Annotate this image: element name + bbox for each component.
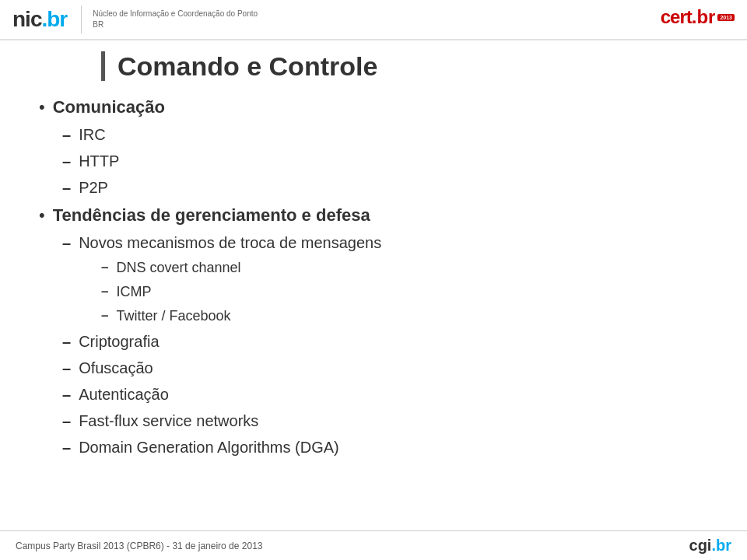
list-item: • Tendências de gerenciamento e defesa: [39, 202, 708, 228]
bullet-dash: –: [101, 306, 108, 326]
bullet-dash: –: [62, 409, 71, 432]
title-section: Comando e Controle: [0, 40, 747, 86]
bullet-dash: –: [62, 149, 71, 173]
list-item: – P2P: [39, 176, 708, 199]
slide-title: Comando e Controle: [101, 51, 377, 81]
item-text: Comunicação: [53, 94, 165, 120]
bullet-dash: –: [62, 231, 71, 254]
footer-text: Campus Party Brasil 2013 (CPBR6) - 31 de…: [16, 541, 263, 551]
item-text: Autenticação: [79, 383, 169, 406]
header-divider: [81, 5, 82, 33]
item-text: Fast-flux service networks: [79, 409, 258, 432]
item-text: Tendências de gerenciamento e defesa: [53, 202, 370, 228]
list-item: – Criptografia: [39, 330, 708, 353]
item-text: Domain Generation Algorithms (DGA): [79, 436, 339, 459]
list-item: – Fast-flux service networks: [39, 409, 708, 432]
cert-logo: cert.br 2013: [661, 6, 735, 28]
list-item: – Novos mecanismos de troca de mensagens: [39, 231, 708, 254]
content-area: • Comunicação – IRC – HTTP – P2P • Tendê…: [0, 86, 747, 560]
bullet-dot: •: [39, 94, 45, 120]
item-text: Twitter / Facebook: [116, 306, 230, 327]
item-text: Ofuscação: [79, 356, 153, 380]
item-text: P2P: [79, 176, 108, 199]
item-text: IRC: [79, 123, 105, 146]
bullet-dot: •: [39, 202, 45, 228]
bullet-dash: –: [62, 436, 71, 459]
footer: Campus Party Brasil 2013 (CPBR6) - 31 de…: [0, 530, 747, 560]
slide: nic.br Núcleo de Informação e Coordenaçã…: [0, 0, 747, 560]
bullet-dash: –: [101, 282, 108, 302]
list-item: – Domain Generation Algorithms (DGA): [39, 436, 708, 459]
list-item: – DNS covert channel: [39, 257, 708, 278]
item-text: ICMP: [116, 282, 151, 303]
bullet-dash: –: [62, 176, 71, 199]
bullet-dash: –: [62, 356, 71, 380]
list-item: – HTTP: [39, 149, 708, 173]
item-text: Novos mecanismos de troca de mensagens: [79, 231, 381, 254]
header-tagline: Núcleo de Informação e Coordenação do Po…: [93, 9, 264, 30]
bullet-dash: –: [62, 123, 71, 146]
item-text: Criptografia: [79, 330, 159, 353]
nic-logo: nic.br: [12, 7, 67, 32]
cgi-logo: cgi.br: [689, 537, 731, 555]
list-item: – ICMP: [39, 282, 708, 303]
item-text: HTTP: [79, 149, 119, 173]
bullet-dash: –: [62, 330, 71, 353]
list-item: – Autenticação: [39, 383, 708, 406]
list-item: – Ofuscação: [39, 356, 708, 380]
list-item: – Twitter / Facebook: [39, 306, 708, 327]
item-text: DNS covert channel: [116, 257, 240, 278]
bullet-dash: –: [101, 257, 108, 278]
list-item: • Comunicação: [39, 94, 708, 120]
bullet-dash: –: [62, 383, 71, 406]
list-item: – IRC: [39, 123, 708, 146]
header: nic.br Núcleo de Informação e Coordenaçã…: [0, 0, 747, 40]
